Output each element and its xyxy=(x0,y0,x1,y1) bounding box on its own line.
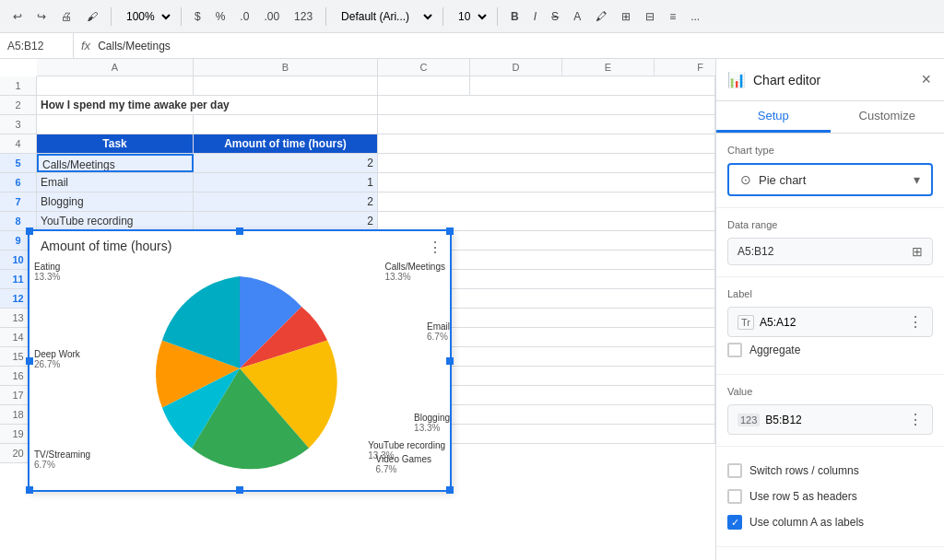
formula-input[interactable] xyxy=(98,40,944,52)
text-color-button[interactable]: A xyxy=(568,6,586,27)
paint-format-button[interactable]: 🖌 xyxy=(81,6,103,27)
decimal-increase-button[interactable]: .00 xyxy=(258,6,285,27)
chart-type-label: Chart type xyxy=(727,145,933,156)
col-header-c[interactable]: C xyxy=(378,59,470,76)
currency-button[interactable]: $ xyxy=(189,6,206,27)
resize-handle-bl[interactable] xyxy=(26,486,33,494)
col-header-f[interactable]: F xyxy=(655,59,715,76)
cell-rest8[interactable] xyxy=(378,212,715,230)
label-tv: TV/Streaming 6.7% xyxy=(34,449,90,470)
italic-button[interactable]: I xyxy=(528,6,542,27)
label-field-inner: Tr A5:A12 xyxy=(738,315,796,330)
cell-c1[interactable] xyxy=(378,76,470,95)
cell-rest1[interactable] xyxy=(470,76,715,95)
cell-b5[interactable]: 2 xyxy=(194,154,378,172)
strikethrough-button[interactable]: S xyxy=(546,6,564,27)
col-header-a[interactable]: A xyxy=(37,59,194,76)
value-field[interactable]: 123 B5:B12 ⋮ xyxy=(727,404,933,435)
formula-bar: A5:B12 fx xyxy=(0,33,944,59)
tab-setup[interactable]: Setup xyxy=(716,101,831,133)
value-field-inner: 123 B5:B12 xyxy=(738,414,802,426)
resize-handle-bm[interactable] xyxy=(236,486,243,494)
divider1 xyxy=(111,7,112,26)
redo-button[interactable]: ↪ xyxy=(31,6,52,27)
highlight-color-button[interactable]: 🖍 xyxy=(590,6,612,27)
options-section: Switch rows / columns Use row 5 as heade… xyxy=(716,447,944,547)
col-header-e[interactable]: E xyxy=(562,59,655,76)
cell-a1[interactable] xyxy=(37,76,194,95)
merge-button[interactable]: ⊟ xyxy=(640,6,660,27)
pie-chart-icon: ⊙ xyxy=(740,172,751,187)
use-col-a-checkbox[interactable]: ✓ xyxy=(727,515,742,530)
cell-b1[interactable] xyxy=(194,76,378,95)
chart-type-selector[interactable]: ⊙ Pie chart ▾ xyxy=(727,163,933,196)
switch-rows-cols-label: Switch rows / columns xyxy=(749,464,859,477)
cell-b3[interactable] xyxy=(194,115,378,134)
use-col-a-label: Use column A as labels xyxy=(749,516,864,529)
label-eating: Eating 13.3% xyxy=(34,262,60,282)
cell-b7[interactable]: 2 xyxy=(194,192,378,211)
cell-rest6[interactable] xyxy=(378,173,715,192)
value-section-label: Value xyxy=(727,386,933,397)
resize-handle-tm[interactable] xyxy=(236,228,243,235)
col-header-d[interactable]: D xyxy=(470,59,562,76)
use-row5-checkbox[interactable] xyxy=(727,489,742,504)
cell-a8[interactable]: YouTube recording xyxy=(37,212,194,230)
row-num-7: 7 xyxy=(0,192,37,212)
resize-handle-tl[interactable] xyxy=(26,228,33,235)
undo-button[interactable]: ↩ xyxy=(7,6,28,27)
borders-button[interactable]: ⊞ xyxy=(616,6,636,27)
col-header-b[interactable]: B xyxy=(194,59,378,76)
bold-button[interactable]: B xyxy=(505,6,525,27)
cell-rest2[interactable] xyxy=(378,96,715,114)
divider2 xyxy=(181,7,182,26)
label-field[interactable]: Tr A5:A12 ⋮ xyxy=(727,307,933,337)
cell-a6[interactable]: Email xyxy=(37,173,194,192)
resize-handle-br[interactable] xyxy=(446,486,454,494)
row-num-2: 2 xyxy=(0,96,37,115)
cell-a7[interactable]: Blogging xyxy=(37,192,194,211)
align-button[interactable]: ≡ xyxy=(664,6,681,27)
cell-b4[interactable]: Amount of time (hours) xyxy=(194,134,378,153)
switch-rows-cols-checkbox[interactable] xyxy=(727,463,742,478)
cell-b8[interactable]: 2 xyxy=(194,212,378,230)
cell-a5[interactable]: Calls/Meetings xyxy=(37,154,194,172)
more-toolbar-button[interactable]: ... xyxy=(685,6,705,27)
panel-close-button[interactable]: × xyxy=(919,68,933,91)
chart-menu-button[interactable]: ⋮ xyxy=(428,239,442,256)
format-button[interactable]: 123 xyxy=(289,6,318,27)
font-size-select[interactable]: 10 xyxy=(451,7,490,26)
cell-a3[interactable] xyxy=(37,115,194,134)
cell-rest7[interactable] xyxy=(378,192,715,211)
divider3 xyxy=(325,7,326,26)
data-range-field[interactable]: A5:B12 ⊞ xyxy=(727,238,933,265)
tr-icon: Tr xyxy=(738,315,754,330)
font-select[interactable]: Default (Ari...) xyxy=(334,7,435,26)
cell-reference: A5:B12 xyxy=(0,33,74,58)
resize-handle-tr[interactable] xyxy=(446,228,454,235)
pie-chart-svg xyxy=(138,267,341,470)
data-range-value: A5:B12 xyxy=(738,245,773,258)
cell-rest5[interactable] xyxy=(378,154,715,172)
value-section: Value 123 B5:B12 ⋮ xyxy=(716,375,944,447)
data-range-section: Data range A5:B12 ⊞ xyxy=(716,208,944,277)
cell-rest4[interactable] xyxy=(378,134,715,153)
value-menu-button[interactable]: ⋮ xyxy=(908,411,923,428)
cell-rest3[interactable] xyxy=(378,115,715,134)
decimal-decrease-button[interactable]: .0 xyxy=(234,6,254,27)
chart-editor-panel: 📊 Chart editor × Setup Customize Chart t… xyxy=(715,59,944,560)
cell-a2[interactable]: How I spend my time awake per day xyxy=(37,96,378,114)
table-row: Blogging 2 xyxy=(37,192,715,212)
percent-button[interactable]: % xyxy=(210,6,231,27)
zoom-select[interactable]: 100% xyxy=(119,7,173,26)
label-menu-button[interactable]: ⋮ xyxy=(908,313,923,331)
label-calls: Calls/Meetings 13.3% xyxy=(384,262,445,282)
tab-customize[interactable]: Customize xyxy=(831,101,945,133)
table-row xyxy=(37,76,715,96)
chart-body: Calls/Meetings 13.3% Email 6.7% Blogging… xyxy=(30,257,450,479)
aggregate-checkbox[interactable] xyxy=(727,343,742,357)
chart-container[interactable]: Amount of time (hours) ⋮ xyxy=(28,229,452,492)
print-button[interactable]: 🖨 xyxy=(55,6,77,27)
cell-a4[interactable]: Task xyxy=(37,134,194,153)
cell-b6[interactable]: 1 xyxy=(194,173,378,192)
